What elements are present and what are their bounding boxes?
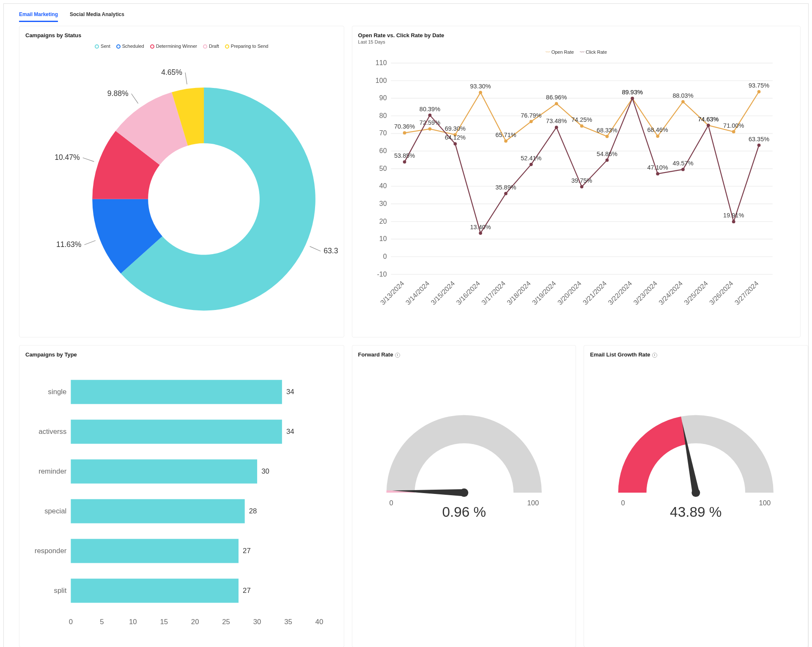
- info-icon[interactable]: i: [652, 353, 657, 358]
- svg-point-59: [504, 140, 508, 143]
- svg-text:single: single: [48, 388, 67, 396]
- svg-rect-117: [71, 460, 257, 484]
- svg-text:43.89 %: 43.89 %: [670, 504, 721, 520]
- svg-text:50: 50: [379, 164, 387, 172]
- svg-point-85: [453, 142, 457, 145]
- svg-point-77: [732, 130, 735, 134]
- svg-text:88.03%: 88.03%: [672, 92, 693, 99]
- svg-text:90: 90: [379, 94, 387, 101]
- svg-text:3/13/2024: 3/13/2024: [379, 280, 405, 306]
- svg-text:27: 27: [243, 587, 251, 595]
- svg-text:30: 30: [379, 200, 387, 207]
- line-legend: 〰 Open Rate 〰 Click Rate: [358, 49, 794, 55]
- card-forward-rate: Forward Ratei 01000.96 %: [352, 345, 576, 647]
- svg-text:-10: -10: [377, 270, 387, 278]
- svg-text:split: split: [54, 587, 67, 595]
- svg-text:40: 40: [315, 618, 324, 626]
- card-title: Campaigns by Type: [25, 351, 338, 358]
- svg-point-103: [681, 168, 685, 171]
- svg-text:72.59%: 72.59%: [419, 119, 440, 126]
- svg-point-65: [580, 124, 583, 128]
- svg-text:52.41%: 52.41%: [521, 155, 541, 162]
- svg-text:0.96 %: 0.96 %: [442, 504, 486, 520]
- svg-text:3/24/2024: 3/24/2024: [657, 280, 683, 306]
- svg-point-67: [605, 135, 609, 138]
- svg-line-2: [85, 241, 96, 245]
- svg-text:3/20/2024: 3/20/2024: [556, 280, 582, 306]
- svg-text:63.35%: 63.35%: [749, 136, 769, 143]
- svg-point-83: [428, 114, 431, 117]
- svg-line-4: [83, 158, 94, 162]
- svg-text:100: 100: [375, 77, 387, 84]
- svg-text:74.25%: 74.25%: [571, 116, 592, 123]
- svg-rect-114: [71, 420, 282, 444]
- svg-text:3/15/2024: 3/15/2024: [429, 280, 456, 306]
- tab-social-media[interactable]: Social Media Analytics: [70, 7, 124, 22]
- svg-point-101: [656, 172, 659, 175]
- svg-text:60: 60: [379, 147, 387, 154]
- svg-point-89: [504, 192, 508, 195]
- svg-text:28: 28: [249, 507, 257, 515]
- svg-text:0: 0: [389, 499, 393, 507]
- tab-bar: Email Marketing Social Media Analytics: [19, 7, 793, 22]
- svg-text:10: 10: [379, 235, 387, 242]
- svg-point-71: [656, 134, 659, 138]
- svg-text:3/27/2024: 3/27/2024: [733, 280, 760, 306]
- svg-text:86.96%: 86.96%: [546, 94, 567, 101]
- svg-text:3/14/2024: 3/14/2024: [404, 280, 431, 306]
- svg-text:3/18/2024: 3/18/2024: [505, 280, 532, 306]
- svg-text:9.88%: 9.88%: [107, 89, 129, 98]
- info-icon[interactable]: i: [395, 353, 400, 358]
- bar-chart: single34activerss34reminder30special28re…: [25, 359, 338, 642]
- svg-text:80: 80: [379, 112, 387, 119]
- card-title: Email List Growth Ratei: [590, 351, 802, 358]
- svg-text:100: 100: [759, 499, 771, 507]
- svg-text:15: 15: [160, 618, 168, 626]
- svg-point-99: [631, 97, 634, 100]
- line-chart: -1001020304050607080901001103/13/20243/1…: [358, 56, 794, 315]
- svg-rect-120: [71, 499, 244, 524]
- svg-rect-126: [71, 579, 239, 603]
- svg-text:5: 5: [100, 618, 104, 626]
- svg-text:20: 20: [379, 217, 387, 225]
- svg-point-107: [732, 220, 735, 223]
- svg-text:3/25/2024: 3/25/2024: [682, 280, 709, 306]
- svg-point-61: [529, 120, 533, 123]
- svg-text:3/21/2024: 3/21/2024: [581, 280, 608, 306]
- svg-text:65.71%: 65.71%: [495, 132, 516, 138]
- tab-email-marketing[interactable]: Email Marketing: [19, 7, 58, 22]
- svg-text:activerss: activerss: [38, 428, 66, 436]
- svg-text:35.89%: 35.89%: [495, 184, 516, 191]
- card-growth-rate: Email List Growth Ratei 010043.89 %: [584, 345, 808, 647]
- svg-text:19.91%: 19.91%: [723, 212, 744, 219]
- svg-text:34: 34: [286, 428, 294, 436]
- svg-text:53.85%: 53.85%: [394, 152, 415, 159]
- svg-text:39.75%: 39.75%: [571, 177, 592, 184]
- gauge-growth-rate: 010043.89 %: [590, 359, 802, 542]
- donut-chart: 63.37%11.63%10.47%9.88%4.65%: [25, 50, 338, 333]
- card-campaigns-by-type: Campaigns by Type single34activerss34rem…: [19, 345, 344, 647]
- svg-point-93: [554, 126, 558, 129]
- legend-click-rate: 〰 Click Rate: [580, 49, 607, 55]
- svg-point-57: [479, 91, 482, 94]
- svg-text:30: 30: [253, 618, 261, 626]
- svg-point-105: [707, 123, 710, 127]
- svg-text:10: 10: [129, 618, 137, 626]
- svg-text:3/16/2024: 3/16/2024: [454, 280, 481, 306]
- svg-text:20: 20: [191, 618, 199, 626]
- svg-point-63: [554, 102, 558, 105]
- svg-text:responder: responder: [35, 547, 67, 555]
- svg-text:0: 0: [69, 618, 73, 626]
- card-open-vs-click: Open Rate vs. Click Rate by Date Last 15…: [352, 26, 801, 337]
- svg-point-87: [479, 231, 482, 235]
- svg-text:13.40%: 13.40%: [470, 224, 491, 230]
- svg-rect-123: [71, 539, 239, 563]
- card-title: Open Rate vs. Click Rate by Date: [358, 32, 794, 38]
- svg-point-91: [529, 163, 533, 166]
- svg-point-139: [460, 488, 468, 497]
- svg-text:80.39%: 80.39%: [419, 106, 440, 112]
- legend-open-rate: 〰 Open Rate: [546, 49, 574, 55]
- svg-text:4.65%: 4.65%: [161, 68, 182, 77]
- svg-point-109: [757, 143, 760, 147]
- svg-text:68.33%: 68.33%: [596, 127, 617, 134]
